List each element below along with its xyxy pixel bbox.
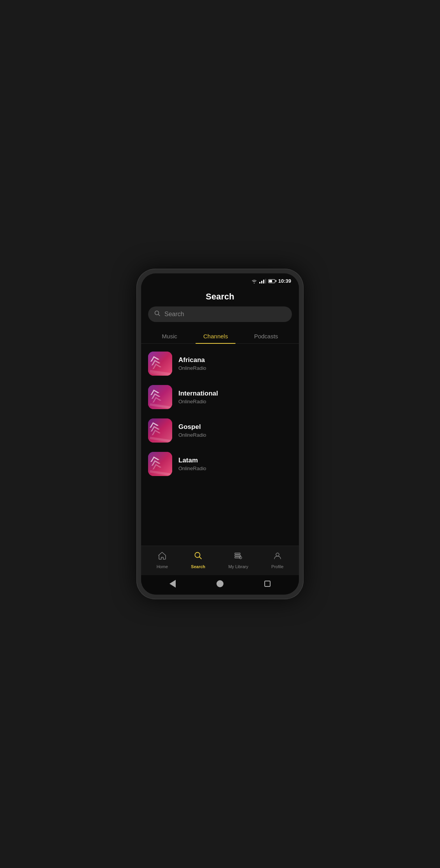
profile-icon: [273, 551, 282, 562]
svg-line-1: [159, 315, 160, 316]
back-button[interactable]: [168, 579, 177, 588]
app-content: Search Music: [141, 286, 299, 595]
channel-type-africana: OnlineRadio: [178, 365, 206, 371]
search-icon: [154, 310, 161, 318]
channel-item-latam[interactable]: Latam OnlineRadio: [141, 447, 299, 481]
wifi-icon: [251, 279, 257, 284]
channel-name-gospel: Gospel: [178, 423, 206, 431]
tab-music[interactable]: Music: [154, 329, 185, 343]
channel-thumb-gospel: [148, 418, 172, 443]
search-nav-icon: [194, 551, 203, 562]
search-input-wrapper[interactable]: [148, 306, 292, 322]
search-box-container: [141, 306, 299, 327]
library-icon: [234, 551, 243, 562]
channel-info-gospel: Gospel OnlineRadio: [178, 423, 206, 438]
recents-button[interactable]: [263, 579, 272, 588]
channels-list: Africana OnlineRadio: [141, 344, 299, 546]
channel-info-latam: Latam OnlineRadio: [178, 457, 206, 471]
svg-rect-26: [235, 555, 240, 556]
channel-info-africana: Africana OnlineRadio: [178, 356, 206, 371]
channel-item-international[interactable]: International OnlineRadio: [141, 380, 299, 414]
channel-type-international: OnlineRadio: [178, 399, 218, 404]
signal-icon: [259, 279, 266, 284]
channel-thumb-latam: [148, 452, 172, 476]
nav-item-search[interactable]: Search: [187, 550, 209, 570]
nav-item-home[interactable]: Home: [153, 550, 172, 570]
channel-type-latam: OnlineRadio: [178, 466, 206, 471]
channel-item-gospel[interactable]: Gospel OnlineRadio: [141, 414, 299, 447]
nav-label-profile: Profile: [271, 564, 283, 569]
channel-type-gospel: OnlineRadio: [178, 432, 206, 438]
tab-channels[interactable]: Channels: [196, 329, 236, 343]
nav-label-search: Search: [191, 564, 205, 569]
android-nav: [141, 575, 299, 595]
svg-point-28: [239, 556, 242, 559]
nav-label-library: My Library: [228, 564, 248, 569]
nav-item-profile[interactable]: Profile: [267, 550, 287, 570]
channel-item-africana[interactable]: Africana OnlineRadio: [141, 347, 299, 380]
status-icons: 10:39: [251, 278, 291, 284]
svg-rect-25: [235, 553, 240, 554]
nav-label-home: Home: [157, 564, 168, 569]
phone-screen: 10:39 Search: [141, 273, 299, 595]
status-time: 10:39: [278, 278, 291, 284]
phone-frame: 10:39 Search: [136, 269, 304, 599]
nav-item-library[interactable]: My Library: [224, 550, 252, 570]
channel-name-africana: Africana: [178, 356, 206, 364]
status-bar: 10:39: [141, 273, 299, 286]
battery-icon: [268, 279, 276, 283]
tab-podcasts[interactable]: Podcasts: [246, 329, 286, 343]
page-title: Search: [141, 286, 299, 306]
search-input[interactable]: [164, 311, 286, 318]
svg-point-30: [276, 553, 279, 556]
channel-info-international: International OnlineRadio: [178, 390, 218, 404]
svg-line-24: [199, 557, 201, 559]
channel-name-latam: Latam: [178, 457, 206, 464]
home-icon: [158, 551, 166, 562]
bottom-nav: Home Search: [141, 546, 299, 575]
tabs-container: Music Channels Podcasts: [141, 327, 299, 344]
channel-name-international: International: [178, 390, 218, 397]
channel-thumb-africana: [148, 352, 172, 376]
channel-thumb-international: [148, 385, 172, 409]
home-button[interactable]: [215, 579, 225, 588]
